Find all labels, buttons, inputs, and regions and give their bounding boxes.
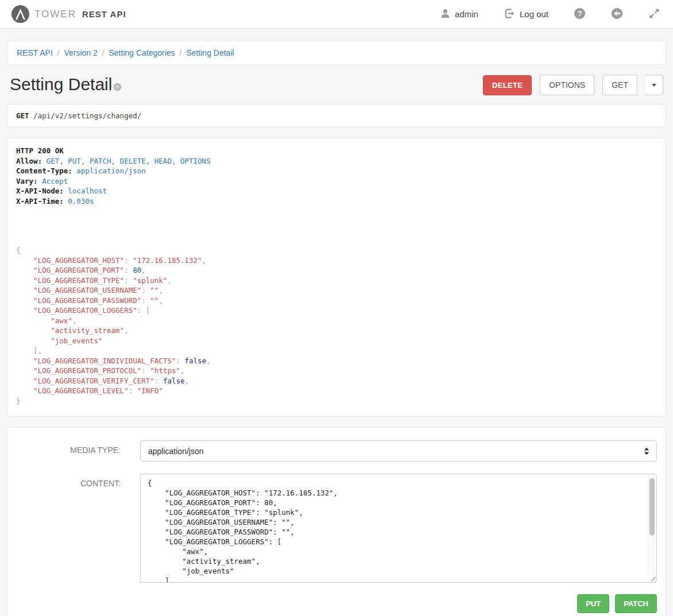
response-headers: Allow: GET, PUT, PATCH, DELETE, HEAD, OP… [16,156,657,207]
json-line: "LOG_AGGREGATOR_USERNAME": "", [16,285,657,296]
json-line: "awx", [16,316,657,326]
breadcrumb-separator: / [53,48,64,57]
response-header-line: Content-Type: application/json [16,166,657,176]
expand-button[interactable] [648,7,660,21]
patch-button[interactable]: PATCH [615,594,657,613]
response-body: { "LOG_AGGREGATOR_HOST": "172.16.185.132… [16,245,657,406]
page-title-text: Setting Detail [10,75,112,95]
breadcrumb-separator: / [175,48,187,57]
options-button[interactable]: OPTIONS [540,75,594,95]
user-icon [440,8,451,21]
request-path: /api/v2/settings/changed/ [33,111,141,120]
json-line: "LOG_AGGREGATOR_LOGGERS": [ [16,305,657,316]
media-type-value: application/json [148,447,204,456]
json-line: "LOG_AGGREGATOR_INDIVIDUAL_FACTS": false… [16,356,657,366]
json-line: "LOG_AGGREGATOR_VERIFY_CERT": false, [16,376,657,386]
json-line: "LOG_AGGREGATOR_TYPE": "splunk", [16,276,657,286]
response-header-line: X-API-Time: 0.030s [16,196,657,207]
breadcrumb-link[interactable]: Setting Categories [109,48,175,57]
page-title: Setting Detail ? [10,75,122,95]
expand-icon [648,7,660,21]
delete-button[interactable]: DELETE [483,75,532,95]
title-help-icon[interactable]: ? [113,76,122,95]
content-form: MEDIA TYPE: application/json CONTENT: { … [7,427,666,616]
tower-logo-icon [11,5,29,23]
breadcrumb-link[interactable]: Version 2 [64,48,97,57]
json-line: "LOG_AGGREGATOR_PROTOCOL": "https", [16,366,657,376]
breadcrumb-link[interactable]: Setting Detail [186,48,234,57]
request-method: GET [16,111,29,120]
response-header-line: Allow: GET, PUT, PATCH, DELETE, HEAD, OP… [16,156,657,166]
breadcrumb-link[interactable]: REST API [17,48,53,57]
json-line: "job_events" [16,336,657,346]
media-type-label: MEDIA TYPE: [16,440,121,462]
brand: TOWER REST API [11,5,126,23]
request-line: GET /api/v2/settings/changed/ [7,104,666,127]
textarea-scrollbar[interactable] [648,475,656,582]
logout-label: Log out [520,9,548,19]
content-textarea-value: { "LOG_AGGREGATOR_HOST": "172.16.185.132… [141,474,656,583]
get-button[interactable]: GET [602,75,637,95]
logout-button[interactable]: Log out [504,7,548,21]
brand-rest-api-label: REST API [82,9,126,19]
breadcrumb-separator: / [98,48,109,57]
help-button[interactable]: ? [574,7,586,21]
json-line: "activity_stream", [16,326,657,336]
user-name-label: admin [455,9,478,19]
textarea-scrollbar-thumb[interactable] [649,478,655,536]
response-header-line: Vary: Accept [16,176,657,187]
svg-text:?: ? [578,9,582,17]
content-label: CONTENT: [16,474,121,583]
response-status: HTTP 200 OK [16,146,657,156]
user-menu[interactable]: admin [440,8,478,21]
response-gap [16,206,657,245]
response-header-line: X-API-Node: localhost [16,186,657,196]
caret-down-icon [652,84,656,87]
put-button[interactable]: PUT [577,594,609,613]
media-type-select[interactable]: application/json [140,440,657,462]
json-line: "LOG_AGGREGATOR_LEVEL": "INFO" [16,386,657,396]
json-line: "LOG_AGGREGATOR_PASSWORD": "", [16,296,657,306]
select-arrows-icon [644,447,649,455]
get-dropdown-button[interactable] [645,75,663,95]
json-line: "LOG_AGGREGATOR_PORT": 80, [16,265,657,276]
json-line: ], [16,346,657,356]
json-line: } [16,396,657,406]
breadcrumb: REST API / Version 2 / Setting Categorie… [7,41,666,65]
help-icon: ? [574,7,586,21]
response-panel: HTTP 200 OK Allow: GET, PUT, PATCH, DELE… [7,138,666,417]
content-textarea[interactable]: { "LOG_AGGREGATOR_HOST": "172.16.185.132… [140,474,657,583]
logout-icon [504,7,516,21]
method-toolbar: DELETE OPTIONS GET [483,75,663,95]
json-line: "LOG_AGGREGATOR_HOST": "172.16.185.132", [16,255,657,266]
top-navbar: TOWER REST API admin Log out [0,0,673,29]
brand-tower-label: TOWER [34,9,76,20]
back-icon [611,7,623,21]
back-button[interactable] [611,7,623,21]
svg-text:?: ? [116,84,119,90]
json-line: { [16,245,657,255]
